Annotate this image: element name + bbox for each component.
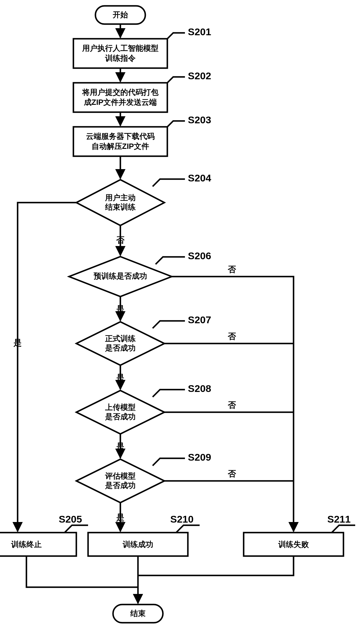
s202-line2: 成ZIP文件并发送云端	[84, 98, 157, 107]
edge-s204-yes-label: 是	[13, 338, 22, 347]
label-s211: S211	[327, 513, 350, 525]
edge-s211-merge	[138, 556, 294, 575]
s202-line1: 将用户提交的代码打包	[82, 88, 159, 97]
label-s202: S202	[188, 70, 211, 81]
decision-s209: 评估模型 是否成功	[76, 459, 164, 503]
edge-s205-merge	[26, 556, 138, 587]
s201-line1: 用户执行人工智能模型	[82, 44, 159, 53]
label-s207: S207	[188, 314, 211, 325]
edge-s208-yes-label: 是	[116, 442, 124, 451]
s207-line1: 正式训练	[105, 334, 136, 343]
s209-line2: 是否成功	[105, 481, 136, 490]
terminator-end: 结束	[113, 605, 163, 623]
edge-s206-yes-label: 是	[116, 304, 124, 314]
edge-s204-yes-part1	[18, 203, 76, 526]
decision-s207: 正式训练 是否成功	[76, 322, 164, 365]
s201-line2: 训练指令	[105, 54, 136, 63]
label-leader-s209	[153, 458, 185, 466]
s204-line2: 结束训练	[105, 203, 136, 211]
label-leader-s208	[153, 390, 185, 397]
process-s203: 云端服务器下载代码 自动解压ZIP文件	[73, 127, 167, 156]
label-leader-s211	[332, 525, 355, 533]
label-s209: S209	[188, 452, 211, 463]
process-s201: 用户执行人工智能模型 训练指令	[73, 39, 167, 68]
s211-text: 训练失败	[278, 540, 309, 549]
s203-line1: 云端服务器下载代码	[86, 132, 155, 141]
label-s203: S203	[188, 114, 211, 125]
edge-s208-no-label: 否	[227, 400, 236, 410]
s204-line1: 用户主动	[105, 193, 136, 202]
s203-line2: 自动解压ZIP文件	[92, 142, 149, 151]
process-s210: 训练成功	[88, 533, 188, 556]
s206-line1: 预训练是否成功	[93, 272, 147, 280]
label-s204: S204	[188, 172, 211, 183]
label-s210: S210	[170, 513, 193, 525]
label-s208: S208	[188, 383, 211, 394]
s208-line1: 上传模型	[105, 403, 136, 412]
label-leader-s202	[167, 77, 185, 83]
process-s202: 将用户提交的代码打包 成ZIP文件并发送云端	[73, 83, 167, 112]
edge-s206-no-label: 否	[227, 265, 236, 274]
label-leader-s203	[167, 121, 185, 127]
s210-text: 训练成功	[122, 540, 153, 549]
s207-line2: 是否成功	[105, 344, 136, 352]
label-leader-s204	[153, 179, 185, 186]
label-leader-s210	[176, 525, 200, 533]
terminator-start: 开始	[95, 6, 145, 24]
decision-s208: 上传模型 是否成功	[76, 390, 164, 434]
label-leader-s206	[156, 257, 185, 264]
edge-s207-yes-label: 是	[116, 373, 124, 382]
label-s201: S201	[188, 26, 211, 37]
edge-s204-no-label: 否	[116, 235, 125, 245]
edge-s209-yes-label: 是	[116, 513, 124, 522]
s208-line2: 是否成功	[105, 412, 136, 421]
process-s211: 训练失败	[244, 533, 343, 556]
label-s206: S206	[188, 250, 211, 261]
label-leader-s205	[65, 525, 88, 533]
edge-s209-no-label: 否	[227, 469, 236, 478]
label-leader-s201	[167, 33, 185, 39]
terminator-end-text: 结束	[130, 609, 146, 618]
decision-s204: 用户主动 结束训练	[76, 180, 164, 225]
label-leader-s207	[153, 321, 185, 328]
label-s205: S205	[59, 513, 82, 525]
s205-text: 训练终止	[11, 540, 42, 549]
terminator-start-text: 开始	[112, 10, 128, 19]
s209-line1: 评估模型	[105, 472, 136, 480]
edge-s207-no-label: 否	[227, 332, 236, 341]
process-s205: 训练终止	[0, 533, 76, 556]
